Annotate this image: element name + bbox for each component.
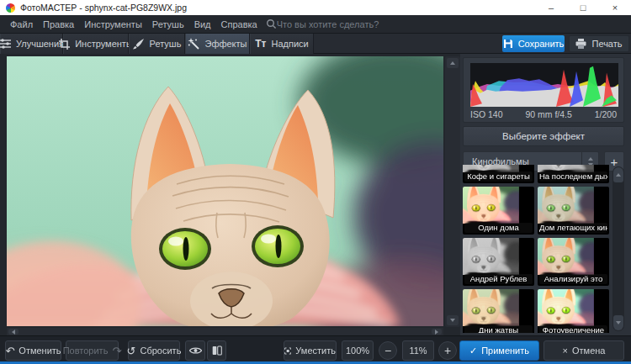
effect-name: Андрей Рублев [464,274,533,284]
menu-help[interactable]: Справка [216,15,262,34]
effect-name: Кофе и сигареты [464,171,533,182]
crop-icon [59,39,70,50]
exif-shutter: 1/200 [595,109,617,119]
effects-scroll-up-icon[interactable] [613,167,623,182]
window-controls: – □ × [535,0,631,15]
tab-enhancements[interactable]: Улучшения [0,34,63,54]
canvas-vertical-scrollbar[interactable] [445,56,460,327]
scroll-right-icon[interactable] [432,329,442,335]
fit-label: Уместить [295,346,336,356]
cancel-label: Отмена [572,346,605,356]
scroll-left-icon[interactable] [8,329,19,335]
spinner-up-icon [588,157,593,161]
zoom-in-button[interactable]: + [438,341,457,360]
window-title: ФотоМАСТЕР - sphynx-cat-PG8Z9WX.jpg [20,3,187,13]
zoom-100-button[interactable]: 100% [342,340,374,361]
effects-scroll-down-icon[interactable] [613,315,623,330]
zoom-out-button[interactable]: − [379,341,397,360]
scroll-up-icon[interactable] [447,58,459,68]
sliders-icon [0,39,11,49]
menu-edit[interactable]: Правка [38,15,79,34]
effect-thumb[interactable]: Дом летающих кинжалов [538,187,609,235]
photomaster-window: ФотоМАСТЕР - sphynx-cat-PG8Z9WX.jpg – □ … [0,0,631,364]
before-after-button[interactable] [207,340,226,361]
menu-file[interactable]: Файл [5,15,38,34]
effects-scrollbar[interactable] [612,166,624,331]
cancel-x-icon: × [563,346,568,356]
tab-label: Улучшения [16,39,64,49]
effects-header: Выберите эффект [463,126,624,146]
reset-label: Сбросить [141,346,182,356]
effect-thumb[interactable]: Дни жатвы [463,289,534,333]
undo-label: Отменить [19,346,61,356]
reset-icon: ↺ [127,346,136,356]
undo-button[interactable]: ↶ Отменить [5,340,61,361]
compare-icon [212,346,222,356]
check-icon: ✓ [469,346,477,356]
apply-button[interactable]: ✓ Применить [459,340,539,361]
quick-search[interactable] [266,18,411,29]
tab-bar: Улучшения Инструменты Ретушь Эффекты [0,34,631,54]
printer-icon [575,39,586,49]
effect-thumb[interactable]: Анализируй это [538,238,609,286]
canvas-horizontal-scrollbar[interactable] [7,328,443,335]
effect-name: Дни жатвы [464,325,533,333]
effect-name: Один дома [464,223,533,233]
minimize-button[interactable]: – [535,0,567,15]
floppy-icon [503,39,513,49]
menu-tools[interactable]: Инструменты [79,15,147,34]
maximize-button[interactable]: □ [567,0,599,15]
search-icon [266,18,277,29]
tab-label: Инструменты [75,39,133,49]
menu-view[interactable]: Вид [189,15,216,34]
effect-thumb[interactable]: Кофе и сигареты [463,165,534,183]
tab-retouch[interactable]: Ретушь [129,34,185,54]
undo-icon: ↶ [5,346,14,356]
reset-button[interactable]: ↺ Сбросить [128,340,180,361]
sphynx-cat-photo [7,56,443,326]
menu-retouch[interactable]: Ретушь [147,15,189,34]
tab-label: Эффекты [204,39,247,49]
bottom-toolbar: ↶ Отменить Повторить ↷ ↺ Сбросить [0,335,631,361]
effects-grid: Кофе и сигареты На последнем дыхании Оди… [463,165,609,333]
tab-captions[interactable]: Tт Надписи [250,34,314,54]
app-logo-icon [6,3,15,13]
save-label: Сохранить [518,39,565,49]
photo-canvas[interactable] [7,56,443,326]
exif-lens: 90 mm f/4.5 [525,109,571,119]
zoom-level-value[interactable]: 11% [402,340,434,361]
title-bar: ФотоМАСТЕР - sphynx-cat-PG8Z9WX.jpg – □ … [0,0,631,15]
redo-icon: ↷ [112,346,121,356]
cancel-button[interactable]: × Отмена [544,340,624,361]
effect-thumb[interactable]: На последнем дыхании [538,165,609,183]
effect-name: Фотоувеличение [539,325,607,333]
exif-iso: ISO 140 [470,109,503,119]
effect-thumb[interactable]: Фотоувеличение [538,289,609,333]
scroll-down-icon[interactable] [447,315,459,325]
print-button[interactable]: Печать [569,35,629,52]
tab-label: Ретушь [150,39,182,49]
right-panel: ISO 140 90 mm f/4.5 1/200 Выберите эффек… [460,54,631,335]
effect-thumb[interactable]: Андрей Рублев [463,238,534,286]
histogram-plot [470,63,618,107]
search-input[interactable] [277,19,411,29]
magic-wand-icon [188,38,199,50]
brush-icon [133,39,145,50]
fit-to-screen-button[interactable]: Уместить [284,340,337,361]
effect-name: Дом летающих кинжалов [539,223,607,233]
effect-thumb[interactable]: Один дома [463,187,534,235]
preview-original-button[interactable] [185,340,205,361]
tab-effects[interactable]: Эффекты [185,34,250,54]
redo-button[interactable]: Повторить ↷ [66,340,119,361]
eye-icon [189,346,202,355]
tab-label: Надписи [271,39,308,49]
tab-instruments[interactable]: Инструменты [63,34,129,54]
save-button[interactable]: Сохранить [502,35,565,52]
text-icon: Tт [255,38,266,50]
menu-bar: Файл Правка Инструменты Ретушь Вид Справ… [0,15,631,34]
apply-label: Применить [481,346,529,356]
effect-name: На последнем дыхании [539,171,607,182]
exif-info: ISO 140 90 mm f/4.5 1/200 [464,109,623,119]
histogram-panel: ISO 140 90 mm f/4.5 1/200 [463,57,624,123]
close-button[interactable]: × [599,0,631,15]
